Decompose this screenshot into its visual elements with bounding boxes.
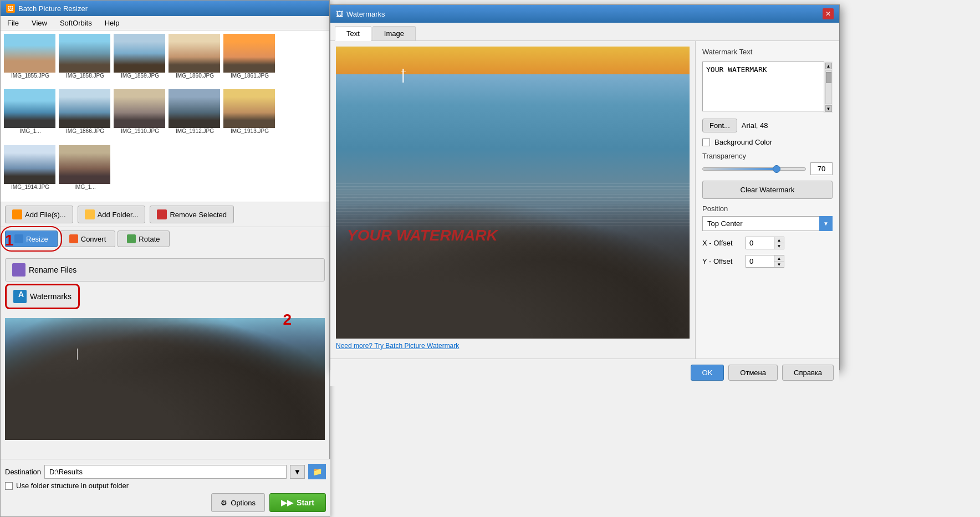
thumbnail-item[interactable]: IMG_1...: [59, 145, 111, 198]
font-row: Font... Arial, 48: [702, 119, 833, 132]
x-offset-input-wrapper: ▲ ▼: [746, 237, 784, 249]
thumbnail-item[interactable]: IMG_1866.JPG: [59, 89, 111, 142]
menu-help[interactable]: Help: [103, 18, 122, 28]
tab-rotate[interactable]: Rotate: [118, 231, 169, 247]
preview-link-text: Need more? Try Batch Picture Watermark: [336, 342, 459, 350]
thumb-image: [59, 34, 110, 73]
font-button[interactable]: Font...: [702, 119, 737, 132]
watermark-textarea-wrapper: ▲ ▼: [702, 62, 833, 113]
app-icon: 🖼: [6, 4, 15, 13]
rename-icon: [12, 263, 25, 277]
batch-watermark-link[interactable]: Need more? Try Batch Picture Watermark: [336, 339, 690, 353]
thumb-image: [223, 89, 275, 128]
dialog-titlebar: 🖼 Watermarks ✕: [330, 5, 839, 23]
y-offset-down[interactable]: ▼: [774, 262, 784, 267]
tab-image[interactable]: Image: [372, 26, 416, 40]
thumbnail-item[interactable]: IMG_1914.JPG: [4, 145, 57, 198]
add-folder-button[interactable]: Add Folder...: [78, 206, 146, 223]
dialog-close-button[interactable]: ✕: [823, 8, 834, 19]
font-btn-label: Font...: [710, 121, 730, 130]
menu-bar: File View SoftOrbits Help: [1, 16, 329, 30]
help-button[interactable]: Справка: [782, 365, 834, 381]
position-label: Position: [702, 204, 833, 213]
batch-titlebar: 🖼 Batch Picture Resizer: [1, 1, 329, 16]
thumbnail-item[interactable]: IMG_1859.JPG: [114, 34, 166, 87]
bg-color-checkbox[interactable]: [702, 139, 710, 146]
thumbnail-item[interactable]: IMG_1913.JPG: [223, 89, 276, 142]
thumbnail-item[interactable]: IMG_1910.JPG: [114, 89, 166, 142]
bottom-buttons: ⚙ Options ▶▶ Start: [5, 493, 326, 512]
ok-label: OK: [702, 368, 713, 377]
dialog-body: YOUR WATERMARK Need more? Try Batch Pict…: [330, 41, 839, 359]
scroll-up-button[interactable]: ▲: [825, 63, 832, 69]
watermark-text-input[interactable]: [702, 62, 833, 111]
destination-label: Destination: [5, 468, 41, 476]
add-files-icon: [12, 209, 22, 219]
slider-thumb[interactable]: [773, 165, 780, 173]
boat-mast: [402, 69, 404, 83]
dialog-preview-rocks: [336, 200, 690, 339]
tab-resize-label: Resize: [26, 235, 48, 243]
x-offset-up[interactable]: ▲: [774, 237, 784, 243]
thumb-image: [169, 89, 220, 128]
thumbnail-item[interactable]: IMG_1855.JPG: [4, 34, 57, 87]
destination-row: Destination ▼ 📁: [5, 464, 326, 479]
clear-watermark-button[interactable]: Clear Watermark: [702, 181, 833, 199]
tab-resize[interactable]: Resize: [5, 231, 58, 247]
thumbnail-item[interactable]: IMG_1912.JPG: [169, 89, 221, 142]
thumbnail-item[interactable]: IMG_1...: [4, 89, 57, 142]
transparency-row: Transparency: [702, 152, 833, 175]
options-button[interactable]: ⚙ Options: [211, 493, 265, 512]
position-select-wrapper: Top LeftTop CenterTop RightCenter LeftCe…: [702, 216, 833, 231]
transparency-value[interactable]: [810, 162, 833, 175]
menu-view[interactable]: View: [29, 18, 49, 28]
y-offset-input[interactable]: [746, 255, 774, 267]
y-offset-up[interactable]: ▲: [774, 255, 784, 262]
thumb-label: IMG_1860.JPG: [169, 73, 221, 79]
destination-bar: Destination ▼ 📁 Use folder structure in …: [1, 459, 330, 516]
thumb-label: IMG_1914.JPG: [4, 184, 57, 190]
transparency-label: Transparency: [702, 152, 833, 160]
tab-convert[interactable]: Convert: [60, 231, 116, 247]
remove-selected-button[interactable]: Remove Selected: [150, 206, 234, 223]
thumb-label: IMG_1910.JPG: [114, 128, 166, 134]
y-offset-spinners: ▲ ▼: [774, 255, 784, 267]
thumb-image: [59, 89, 110, 128]
position-select[interactable]: Top LeftTop CenterTop RightCenter LeftCe…: [702, 216, 833, 231]
y-offset-label: Y - Offset: [702, 257, 741, 265]
watermarks-dialog: 🖼 Watermarks ✕ Text Image: [330, 4, 840, 370]
action-tabs: Resize Convert Rotate: [5, 231, 325, 247]
app-window: 🖼 Batch Picture Resizer File View SoftOr…: [0, 0, 980, 517]
rename-files-button[interactable]: Rename Files: [5, 258, 325, 281]
add-folder-icon: [85, 209, 95, 219]
ok-button[interactable]: OK: [691, 365, 724, 381]
thumbnail-item[interactable]: IMG_1860.JPG: [169, 34, 221, 87]
add-files-button[interactable]: Add File(s)...: [5, 206, 73, 223]
destination-folder-button[interactable]: 📁: [308, 464, 326, 479]
destination-input[interactable]: [44, 465, 287, 479]
thumb-image: [114, 89, 165, 128]
scroll-down-button[interactable]: ▼: [825, 105, 832, 112]
scroll-track: [825, 70, 832, 104]
convert-icon: [69, 234, 78, 243]
menu-softorbits[interactable]: SoftOrbits: [58, 18, 94, 28]
thumb-label: IMG_1913.JPG: [223, 128, 276, 134]
menu-file[interactable]: File: [5, 18, 21, 28]
scroll-thumb[interactable]: [826, 72, 831, 83]
thumb-image: [169, 34, 220, 73]
cancel-button[interactable]: Отмена: [728, 365, 778, 381]
watermarks-button[interactable]: A Watermarks: [5, 284, 80, 309]
x-offset-input[interactable]: [746, 237, 774, 249]
thumbnail-item[interactable]: IMG_1861.JPG: [223, 34, 276, 87]
preview-area: [5, 318, 325, 440]
destination-dropdown[interactable]: ▼: [290, 465, 305, 479]
x-offset-down[interactable]: ▼: [774, 243, 784, 249]
thumbnail-item[interactable]: IMG_1858.JPG: [59, 34, 111, 87]
transparency-slider[interactable]: [702, 167, 806, 171]
start-button[interactable]: ▶▶ Start: [269, 493, 326, 512]
tab-text[interactable]: Text: [335, 26, 371, 41]
clear-watermark-label: Clear Watermark: [741, 186, 795, 194]
watermark-icon: A: [13, 290, 27, 303]
add-files-label: Add File(s)...: [25, 211, 66, 219]
use-folder-checkbox[interactable]: [5, 482, 13, 490]
